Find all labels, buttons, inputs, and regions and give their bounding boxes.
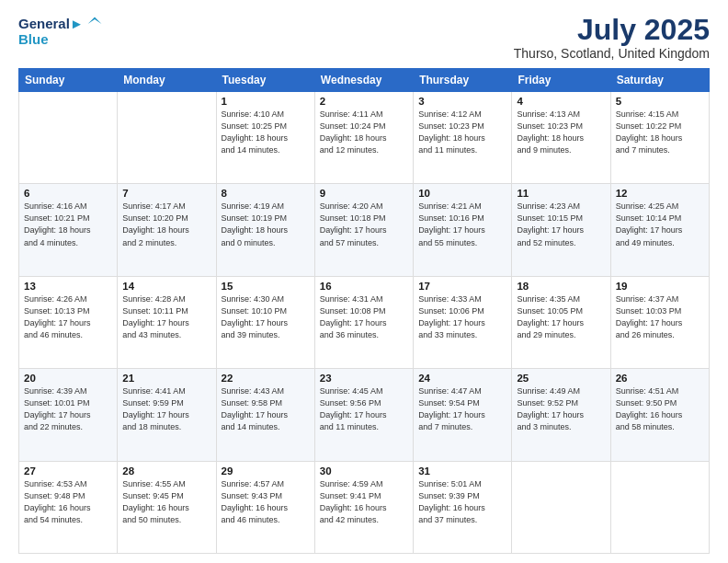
- day-number: 12: [616, 188, 704, 199]
- calendar-cell: 28Sunrise: 4:55 AM Sunset: 9:45 PM Dayli…: [118, 461, 216, 553]
- calendar-cell: 1Sunrise: 4:10 AM Sunset: 10:25 PM Dayli…: [216, 92, 314, 184]
- day-info: Sunrise: 4:33 AM Sunset: 10:06 PM Daylig…: [418, 293, 506, 341]
- day-number: 18: [517, 281, 605, 292]
- day-info: Sunrise: 4:23 AM Sunset: 10:15 PM Daylig…: [517, 201, 605, 248]
- day-number: 16: [320, 281, 408, 292]
- calendar-cell: 5Sunrise: 4:15 AM Sunset: 10:22 PM Dayli…: [610, 92, 709, 184]
- day-info: Sunrise: 4:21 AM Sunset: 10:16 PM Daylig…: [418, 201, 506, 248]
- calendar-cell: 27Sunrise: 4:53 AM Sunset: 9:48 PM Dayli…: [19, 461, 118, 553]
- day-info: Sunrise: 4:45 AM Sunset: 9:56 PM Dayligh…: [320, 385, 408, 433]
- day-number: 11: [517, 188, 605, 199]
- day-info: Sunrise: 4:41 AM Sunset: 9:59 PM Dayligh…: [122, 385, 210, 433]
- day-number: 27: [24, 465, 112, 477]
- calendar-cell: 3Sunrise: 4:12 AM Sunset: 10:23 PM Dayli…: [414, 92, 512, 184]
- day-info: Sunrise: 4:28 AM Sunset: 10:11 PM Daylig…: [122, 293, 210, 341]
- calendar-cell: 10Sunrise: 4:21 AM Sunset: 10:16 PM Dayl…: [414, 184, 512, 276]
- calendar-cell: 6Sunrise: 4:16 AM Sunset: 10:21 PM Dayli…: [19, 184, 118, 276]
- calendar-cell: 25Sunrise: 4:49 AM Sunset: 9:52 PM Dayli…: [512, 369, 610, 461]
- day-number: 4: [517, 96, 605, 107]
- day-info: Sunrise: 4:51 AM Sunset: 9:50 PM Dayligh…: [616, 385, 704, 433]
- calendar-week-4: 20Sunrise: 4:39 AM Sunset: 10:01 PM Dayl…: [19, 369, 710, 461]
- logo: General► Blue: [18, 15, 104, 47]
- calendar-cell: 14Sunrise: 4:28 AM Sunset: 10:11 PM Dayl…: [118, 276, 216, 368]
- col-wednesday: Wednesday: [314, 69, 413, 92]
- day-number: 2: [320, 96, 408, 107]
- calendar-cell: [19, 92, 118, 184]
- day-number: 9: [320, 188, 408, 199]
- logo-icon: [85, 15, 104, 33]
- day-number: 23: [320, 373, 408, 384]
- col-saturday: Saturday: [610, 69, 709, 92]
- day-info: Sunrise: 4:47 AM Sunset: 9:54 PM Dayligh…: [418, 385, 506, 433]
- day-info: Sunrise: 4:39 AM Sunset: 10:01 PM Daylig…: [24, 385, 112, 433]
- page-header: General► Blue July 2025 Thurso, Scotland…: [18, 15, 710, 61]
- day-number: 14: [122, 281, 210, 292]
- calendar-cell: 23Sunrise: 4:45 AM Sunset: 9:56 PM Dayli…: [314, 369, 413, 461]
- day-number: 26: [616, 373, 704, 384]
- calendar-week-1: 1Sunrise: 4:10 AM Sunset: 10:25 PM Dayli…: [19, 92, 710, 184]
- calendar-cell: 30Sunrise: 4:59 AM Sunset: 9:41 PM Dayli…: [314, 461, 413, 553]
- calendar-cell: 26Sunrise: 4:51 AM Sunset: 9:50 PM Dayli…: [610, 369, 709, 461]
- day-number: 28: [122, 465, 210, 477]
- calendar-cell: [118, 92, 216, 184]
- title-block: July 2025 Thurso, Scotland, United Kingd…: [514, 15, 710, 61]
- col-sunday: Sunday: [19, 69, 118, 92]
- calendar-cell: 24Sunrise: 4:47 AM Sunset: 9:54 PM Dayli…: [414, 369, 512, 461]
- day-number: 19: [616, 281, 704, 292]
- day-number: 5: [616, 96, 704, 107]
- day-number: 6: [24, 188, 112, 199]
- logo-blue: Blue: [18, 31, 104, 47]
- day-info: Sunrise: 4:26 AM Sunset: 10:13 PM Daylig…: [24, 293, 112, 341]
- day-number: 7: [122, 188, 210, 199]
- calendar-cell: 16Sunrise: 4:31 AM Sunset: 10:08 PM Dayl…: [314, 276, 413, 368]
- calendar-cell: 19Sunrise: 4:37 AM Sunset: 10:03 PM Dayl…: [610, 276, 709, 368]
- day-number: 31: [418, 465, 506, 477]
- day-number: 13: [24, 281, 112, 292]
- day-info: Sunrise: 4:55 AM Sunset: 9:45 PM Dayligh…: [122, 478, 210, 526]
- day-number: 25: [517, 373, 605, 384]
- day-number: 20: [24, 373, 112, 384]
- calendar-cell: 13Sunrise: 4:26 AM Sunset: 10:13 PM Dayl…: [19, 276, 118, 368]
- calendar-cell: 4Sunrise: 4:13 AM Sunset: 10:23 PM Dayli…: [512, 92, 610, 184]
- day-info: Sunrise: 4:30 AM Sunset: 10:10 PM Daylig…: [222, 293, 310, 341]
- day-number: 15: [222, 281, 310, 292]
- col-friday: Friday: [512, 69, 610, 92]
- day-info: Sunrise: 4:17 AM Sunset: 10:20 PM Daylig…: [122, 201, 210, 248]
- calendar-week-5: 27Sunrise: 4:53 AM Sunset: 9:48 PM Dayli…: [19, 461, 710, 553]
- calendar-cell: 9Sunrise: 4:20 AM Sunset: 10:18 PM Dayli…: [314, 184, 413, 276]
- day-info: Sunrise: 4:49 AM Sunset: 9:52 PM Dayligh…: [517, 385, 605, 433]
- calendar-header-row: Sunday Monday Tuesday Wednesday Thursday…: [19, 69, 710, 92]
- calendar-cell: 29Sunrise: 4:57 AM Sunset: 9:43 PM Dayli…: [216, 461, 314, 553]
- day-info: Sunrise: 5:01 AM Sunset: 9:39 PM Dayligh…: [418, 478, 506, 526]
- calendar-week-3: 13Sunrise: 4:26 AM Sunset: 10:13 PM Dayl…: [19, 276, 710, 368]
- day-info: Sunrise: 4:20 AM Sunset: 10:18 PM Daylig…: [320, 201, 408, 248]
- day-info: Sunrise: 4:31 AM Sunset: 10:08 PM Daylig…: [320, 293, 408, 341]
- location-title: Thurso, Scotland, United Kingdom: [514, 46, 710, 61]
- calendar-cell: 31Sunrise: 5:01 AM Sunset: 9:39 PM Dayli…: [414, 461, 512, 553]
- day-number: 17: [418, 281, 506, 292]
- day-info: Sunrise: 4:19 AM Sunset: 10:19 PM Daylig…: [222, 201, 310, 248]
- calendar-cell: 12Sunrise: 4:25 AM Sunset: 10:14 PM Dayl…: [610, 184, 709, 276]
- day-info: Sunrise: 4:15 AM Sunset: 10:22 PM Daylig…: [616, 109, 704, 156]
- day-info: Sunrise: 4:35 AM Sunset: 10:05 PM Daylig…: [517, 293, 605, 341]
- calendar-cell: 20Sunrise: 4:39 AM Sunset: 10:01 PM Dayl…: [19, 369, 118, 461]
- calendar-cell: 21Sunrise: 4:41 AM Sunset: 9:59 PM Dayli…: [118, 369, 216, 461]
- day-info: Sunrise: 4:53 AM Sunset: 9:48 PM Dayligh…: [24, 478, 112, 526]
- calendar-cell: 18Sunrise: 4:35 AM Sunset: 10:05 PM Dayl…: [512, 276, 610, 368]
- day-number: 8: [222, 188, 310, 199]
- day-number: 3: [418, 96, 506, 107]
- day-info: Sunrise: 4:57 AM Sunset: 9:43 PM Dayligh…: [222, 478, 310, 526]
- day-info: Sunrise: 4:12 AM Sunset: 10:23 PM Daylig…: [418, 109, 506, 156]
- calendar-cell: [610, 461, 709, 553]
- day-number: 22: [222, 373, 310, 384]
- col-monday: Monday: [118, 69, 216, 92]
- day-info: Sunrise: 4:13 AM Sunset: 10:23 PM Daylig…: [517, 109, 605, 156]
- calendar-cell: [512, 461, 610, 553]
- day-info: Sunrise: 4:25 AM Sunset: 10:14 PM Daylig…: [616, 201, 704, 248]
- calendar-week-2: 6Sunrise: 4:16 AM Sunset: 10:21 PM Dayli…: [19, 184, 710, 276]
- logo-text: General►: [18, 17, 84, 32]
- day-info: Sunrise: 4:59 AM Sunset: 9:41 PM Dayligh…: [320, 478, 408, 526]
- day-info: Sunrise: 4:43 AM Sunset: 9:58 PM Dayligh…: [222, 385, 310, 433]
- day-info: Sunrise: 4:37 AM Sunset: 10:03 PM Daylig…: [616, 293, 704, 341]
- col-thursday: Thursday: [414, 69, 512, 92]
